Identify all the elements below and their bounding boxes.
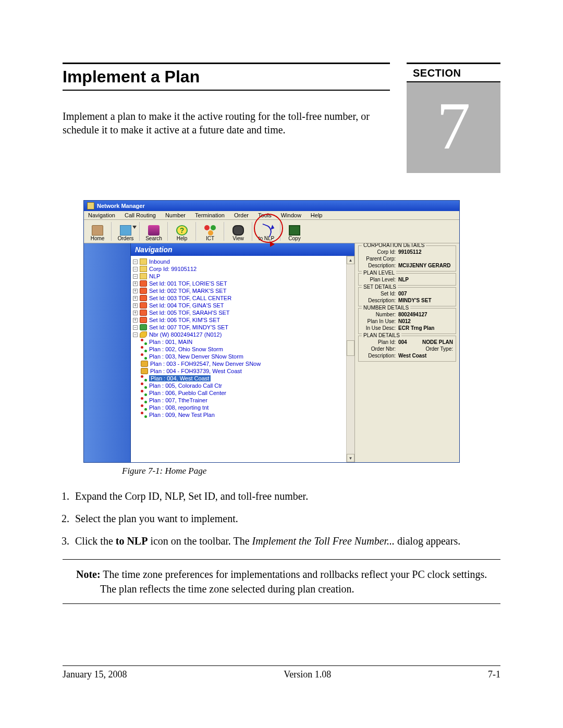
footer-date: January 15, 2008 [63, 669, 127, 680]
plan-icon [141, 397, 147, 403]
folder-icon [140, 266, 147, 272]
help-icon: ? [176, 225, 188, 236]
window-titlebar: Network Manager [84, 201, 459, 211]
menu-window[interactable]: Window [279, 212, 303, 219]
ict-icon [204, 225, 216, 236]
section-number: 7 [437, 88, 471, 163]
tree-item[interactable]: Plan : 007, TtheTrainer [133, 397, 346, 404]
search-button[interactable]: Search [141, 221, 166, 242]
plan-icon [141, 353, 147, 360]
tree-item[interactable]: −Nbr (W) 8002494127 (N012) [133, 331, 346, 338]
home-icon [92, 225, 103, 236]
plan-icon [141, 382, 147, 389]
plan-icon [141, 339, 147, 345]
window-title: Network Manager [97, 203, 145, 209]
footer-page: 7-1 [488, 669, 500, 680]
instruction-list: Expand the Corp ID, NLP, Set ID, and tol… [63, 489, 500, 549]
menu-order[interactable]: Order [232, 212, 251, 219]
tree-item[interactable]: +Set Id: 004 TOF, GINA'S SET [133, 302, 346, 309]
tree-item[interactable]: Plan : 008, reporting tnt [133, 404, 346, 411]
tree-item[interactable]: Plan : 002, Ohio Snow Storm [133, 346, 346, 353]
copy-button[interactable]: Copy [282, 221, 307, 242]
plan-order-icon [141, 368, 148, 374]
menu-help[interactable]: Help [309, 212, 325, 219]
orders-button[interactable]: Orders [113, 221, 138, 242]
plan-icon [141, 390, 147, 396]
tree-item[interactable]: Plan : 004 - FOH93739, West Coast [133, 367, 346, 375]
tree-item[interactable]: Plan : 009, New Test Plan [133, 411, 346, 418]
set-icon [140, 280, 147, 287]
set-icon [140, 310, 147, 316]
navigation-tree[interactable]: −Inbound −Corp Id: 99105112 −NLP +Set Id… [131, 256, 346, 462]
orders-icon [120, 225, 131, 236]
folder-icon [140, 273, 147, 279]
tree-item[interactable]: +Set Id: 006 TOF, KIM'S SET [133, 316, 346, 324]
view-icon [232, 225, 244, 236]
navigation-header: Navigation [131, 243, 354, 256]
plan-icon [141, 346, 147, 352]
step-1: Expand the Corp ID, NLP, Set ID, and tol… [72, 489, 500, 504]
tree-item[interactable]: +Set Id: 002 TOF, MARK'S SET [133, 287, 346, 294]
details-panel: CORPORATION DETAILS Corp Id:99105112 Par… [355, 243, 459, 462]
tree-item[interactable]: +Set Id: 001 TOF, LORIE'S SET [133, 280, 346, 287]
footer-version: Version 1.08 [284, 669, 331, 680]
tree-item[interactable]: Plan : 005, Colorado Call Ctr [133, 382, 346, 389]
menu-call-routing[interactable]: Call Routing [123, 212, 158, 219]
plan-icon [141, 412, 147, 418]
section-label: SECTION [407, 63, 500, 82]
figure-caption: Figure 7-1: Home Page [122, 466, 500, 476]
set-icon [140, 288, 147, 294]
page-footer: January 15, 2008 Version 1.08 7-1 [63, 665, 500, 680]
section-title: Implement a Plan [63, 67, 390, 91]
search-icon [148, 225, 160, 236]
menu-tools[interactable]: Tools [256, 212, 274, 219]
plan-icon [141, 375, 147, 381]
home-button[interactable]: Home [85, 221, 110, 242]
note-block: Note: The time zone preferences for impl… [63, 559, 500, 604]
tree-item[interactable]: Plan : 003, New Denver SNow Storm [133, 353, 346, 360]
tree-item[interactable]: Plan : 003 - FOH92547, New Denver SNow [133, 360, 346, 367]
tree-item[interactable]: Plan : 001, MAIN [133, 338, 346, 346]
view-button[interactable]: View [226, 221, 251, 242]
chevron-down-icon [132, 226, 137, 229]
to-nlp-button[interactable]: to NLP [254, 221, 279, 242]
set-icon [140, 302, 147, 309]
menubar: Navigation Call Routing Number Terminati… [84, 211, 459, 220]
scroll-up-icon[interactable]: ▲ [347, 256, 354, 264]
step-3: Click the to NLP icon on the toolbar. Th… [72, 534, 500, 549]
number-icon [140, 331, 147, 338]
plan-icon [141, 404, 147, 411]
plan-order-icon [141, 361, 148, 367]
menu-number[interactable]: Number [163, 212, 188, 219]
intro-paragraph: Implement a plan to make it the active r… [63, 109, 390, 137]
scroll-down-icon[interactable]: ▼ [347, 454, 354, 462]
screenshot-figure: Network Manager Navigation Call Routing … [83, 200, 460, 463]
tree-item[interactable]: −Set Id: 007 TOF, MINDY'S SET [133, 324, 346, 331]
menu-termination[interactable]: Termination [193, 212, 227, 219]
set-open-icon [140, 324, 147, 330]
folder-icon [140, 258, 147, 265]
scroll-thumb[interactable] [347, 340, 354, 356]
toolbar: Home Orders Search ? Help ICT [84, 220, 459, 243]
set-icon [140, 295, 147, 301]
ict-button[interactable]: ICT [198, 221, 223, 242]
tree-item-selected[interactable]: Plan : 004, West Coast [133, 375, 346, 382]
tree-item[interactable]: +Set Id: 003 TOF, CALL CENTER [133, 294, 346, 302]
tree-item[interactable]: Plan : 006, Pueblo Call Center [133, 389, 346, 397]
app-icon [87, 202, 94, 209]
sidebar-strip [84, 243, 131, 462]
menu-navigation[interactable]: Navigation [86, 212, 117, 219]
tree-item[interactable]: +Set Id: 005 TOF, SARAH'S SET [133, 309, 346, 316]
step-2: Select the plan you want to implement. [72, 511, 500, 526]
copy-icon [289, 225, 300, 236]
set-icon [140, 317, 147, 323]
scrollbar[interactable]: ▲ ▼ [346, 256, 354, 462]
section-number-box: 7 [407, 82, 500, 173]
help-button[interactable]: ? Help [169, 221, 194, 242]
